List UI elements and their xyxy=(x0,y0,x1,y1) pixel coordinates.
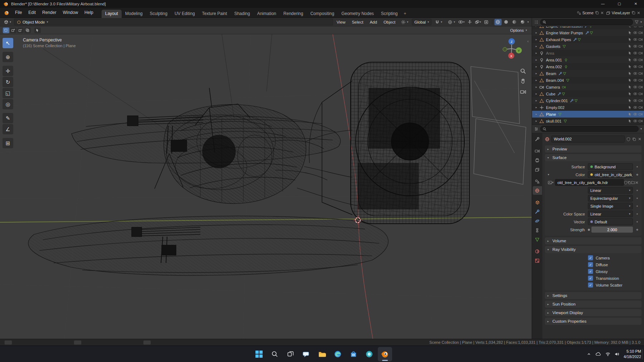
disable-in-render-icon[interactable] xyxy=(639,105,643,109)
taskbar-store-button[interactable] xyxy=(346,347,361,361)
axis-y-negative-ball[interactable] xyxy=(503,48,507,51)
workspace-tab-animation[interactable]: Animation xyxy=(254,10,280,18)
hide-in-viewport-icon[interactable] xyxy=(633,99,637,103)
outliner-row-beam-004[interactable]: ▸Beam.004 xyxy=(532,77,644,84)
selectable-toggle-icon[interactable] xyxy=(628,38,632,41)
hide-in-viewport-icon[interactable] xyxy=(633,92,637,96)
disable-in-render-icon[interactable] xyxy=(639,78,643,82)
taskbar-chat-button[interactable] xyxy=(299,347,313,361)
taskbar-browser-button[interactable] xyxy=(362,347,376,361)
strength-slider[interactable]: 2.000 xyxy=(591,227,633,233)
annotate-tool-button[interactable]: ✎ xyxy=(3,113,13,123)
menu-help[interactable]: Help xyxy=(81,8,97,18)
view-layer-selector[interactable]: ViewLayer xyxy=(606,11,640,15)
selectable-toggle-icon[interactable] xyxy=(628,51,632,55)
disable-in-render-icon[interactable] xyxy=(639,44,643,48)
toggle-xray-button[interactable] xyxy=(483,19,490,25)
outliner-row-gaskets[interactable]: ▸Gaskets xyxy=(532,43,644,50)
menu-edit[interactable]: Edit xyxy=(25,8,39,18)
image-unlink-icon[interactable] xyxy=(635,181,639,184)
hide-in-viewport-icon[interactable] xyxy=(633,44,637,48)
outliner-row-engine-transmission[interactable]: ▸Engine Transmission xyxy=(532,26,644,29)
volume-icon[interactable] xyxy=(615,352,619,356)
disable-in-render-icon[interactable] xyxy=(639,85,643,89)
expand-icon[interactable]: ▸ xyxy=(536,106,540,109)
ray-visibility-transmission[interactable]: ✓Transmission xyxy=(588,275,641,282)
shading-wireframe-button[interactable] xyxy=(494,19,502,25)
transform-pivot-dropdown[interactable]: ▾ xyxy=(399,19,410,25)
image-name-field[interactable]: old_tree_in_city_park_4k.hdr xyxy=(555,179,624,186)
tool-properties-tab[interactable] xyxy=(533,135,542,143)
hide-in-viewport-icon[interactable] xyxy=(633,78,637,82)
zoom-icon[interactable] xyxy=(518,66,528,76)
material-properties-tab[interactable] xyxy=(533,247,542,256)
disable-in-render-icon[interactable] xyxy=(639,99,643,103)
image-open-folder-icon[interactable] xyxy=(631,180,635,184)
menu-add[interactable]: Add xyxy=(367,19,380,25)
select-box-tool-button[interactable]: ↖ xyxy=(3,38,13,48)
visibility-dropdown[interactable]: ▾ xyxy=(458,19,465,25)
menu-object[interactable]: Object xyxy=(381,19,398,25)
hidden-icons-chevron[interactable] xyxy=(587,352,591,356)
shading-rendered-button[interactable] xyxy=(519,19,526,25)
onedrive-icon[interactable] xyxy=(595,352,601,356)
workspace-tab-geometry-nodes[interactable]: Geometry Nodes xyxy=(338,10,377,18)
disable-in-render-icon[interactable] xyxy=(639,71,643,75)
menu-view[interactable]: View xyxy=(334,19,348,25)
selectable-toggle-icon[interactable] xyxy=(628,78,632,82)
snap-toggle[interactable]: ▾ xyxy=(433,19,444,25)
taskbar-search-button[interactable] xyxy=(268,347,282,361)
world-properties-tab[interactable] xyxy=(533,186,542,195)
expand-icon[interactable]: ▸ xyxy=(536,72,540,75)
hide-in-viewport-icon[interactable] xyxy=(633,71,637,75)
disable-in-render-icon[interactable] xyxy=(639,92,643,96)
hide-in-viewport-icon[interactable] xyxy=(633,85,637,89)
add-cube-tool-button[interactable]: ⊞ xyxy=(3,138,13,148)
image-fake-user-icon[interactable] xyxy=(624,181,628,184)
strength-keyframe-icon[interactable]: ◆ xyxy=(636,228,639,231)
selectable-toggle-icon[interactable] xyxy=(628,105,632,109)
checkbox[interactable]: ✓ xyxy=(588,276,593,281)
orientation-dropdown[interactable]: Global ▾ xyxy=(412,19,431,25)
expand-icon[interactable]: ▸ xyxy=(536,92,540,95)
selectable-toggle-icon[interactable] xyxy=(628,92,632,96)
expand-icon[interactable]: ▸ xyxy=(536,85,540,89)
properties-filter-dropdown[interactable]: ▾ xyxy=(640,127,642,130)
physics-properties-tab[interactable] xyxy=(533,217,542,225)
disable-in-render-icon[interactable] xyxy=(639,112,643,116)
image-new-icon[interactable] xyxy=(628,181,631,184)
workspace-tab-scripting[interactable]: Scripting xyxy=(377,10,401,18)
texture-properties-tab[interactable] xyxy=(533,256,542,265)
remove-view-layer-icon[interactable] xyxy=(637,11,640,15)
workspace-tab-compositing[interactable]: Compositing xyxy=(307,10,338,18)
custom-properties-panel-header[interactable]: ▸Custom Properties xyxy=(545,318,641,325)
workspace-tab-layout[interactable]: Layout xyxy=(102,10,122,18)
toggle-camera-icon[interactable] xyxy=(518,87,528,96)
selectable-toggle-icon[interactable] xyxy=(628,44,632,48)
hide-in-viewport-icon[interactable] xyxy=(633,105,637,109)
outliner-display-mode-dropdown[interactable]: ▾ xyxy=(640,20,642,24)
expand-icon[interactable]: ▸ xyxy=(536,119,540,123)
ray-visibility-volume-scatter[interactable]: ✓Volume Scatter xyxy=(588,282,641,288)
settings-panel-header[interactable]: ▸Settings xyxy=(545,292,641,299)
object-properties-tab[interactable] xyxy=(533,198,542,207)
close-button[interactable]: ✕ xyxy=(628,0,644,8)
expand-icon[interactable]: ▸ xyxy=(536,113,540,116)
world-name-field[interactable]: World.002 xyxy=(551,135,625,143)
selectable-toggle-icon[interactable] xyxy=(628,99,632,103)
taskbar-blender-button[interactable] xyxy=(378,347,392,361)
disable-in-render-icon[interactable] xyxy=(639,65,643,69)
hide-in-viewport-icon[interactable] xyxy=(633,58,637,62)
expand-icon[interactable]: ▸ xyxy=(536,51,540,55)
selectable-toggle-icon[interactable] xyxy=(628,31,632,35)
checkbox[interactable]: ✓ xyxy=(588,262,593,267)
vector-input-button[interactable]: Default xyxy=(588,218,633,225)
scene-selector[interactable]: Scene xyxy=(577,11,604,15)
transform-tool-button[interactable]: ◎ xyxy=(3,99,13,109)
select-intersect-button[interactable] xyxy=(24,28,31,33)
disable-in-render-icon[interactable] xyxy=(639,119,643,123)
navigation-gizmo[interactable]: Z Y X xyxy=(500,37,523,60)
outliner-row-cylinder-001[interactable]: ▸Cylinder.001 xyxy=(532,97,644,104)
expand-icon[interactable]: ▸ xyxy=(536,31,540,34)
wifi-icon[interactable] xyxy=(605,352,610,356)
